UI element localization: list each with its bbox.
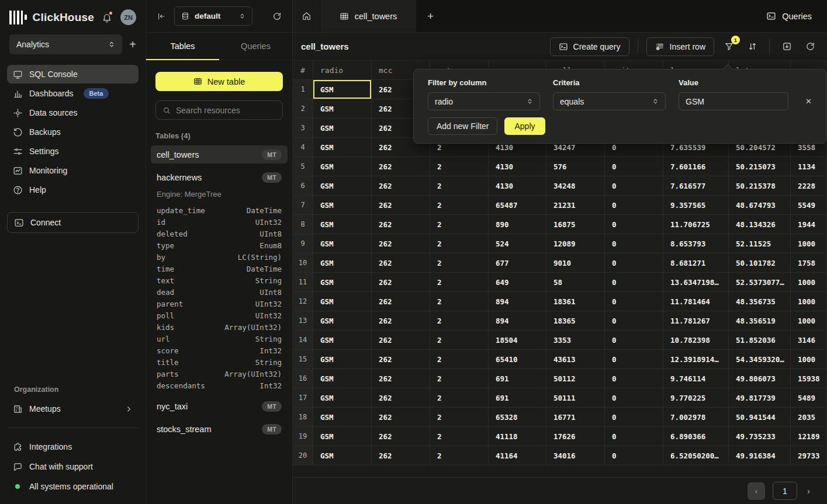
grid-cell[interactable]: 41164	[489, 446, 546, 465]
sidebar-item-integrations[interactable]: Integrations	[7, 437, 139, 456]
grid-cell[interactable]: 0	[605, 273, 663, 292]
grid-cell[interactable]: 262	[372, 311, 430, 331]
sidebar-item-dashboards[interactable]: Dashboards Beta	[7, 84, 139, 103]
grid-cell[interactable]: GSM	[313, 215, 372, 234]
create-query-button[interactable]: Create query	[550, 37, 629, 56]
grid-cell[interactable]: 262	[372, 331, 430, 350]
grid-cell[interactable]: 65328	[489, 408, 546, 427]
prev-page-button[interactable]: ‹	[748, 482, 765, 500]
table-item-hackernews[interactable]: hackernews MT	[151, 168, 288, 186]
grid-cell[interactable]: 524	[489, 234, 546, 253]
grid-cell[interactable]: GSM	[313, 331, 372, 350]
tab-cell-towers[interactable]: cell_towers	[320, 0, 416, 32]
grid-cell[interactable]: 2	[430, 234, 489, 253]
grid-cell[interactable]: 52.5373077…	[729, 273, 791, 292]
grid-cell[interactable]: 6.890366	[663, 427, 729, 446]
grid-cell[interactable]: GSM	[313, 196, 372, 215]
grid-cell[interactable]: 2	[430, 427, 489, 446]
grid-cell[interactable]: 18504	[489, 331, 546, 350]
grid-cell[interactable]: GSM	[313, 273, 372, 292]
grid-cell[interactable]: 41118	[489, 427, 546, 446]
tab-queries[interactable]: Queries	[219, 33, 292, 60]
grid-cell[interactable]: 2	[430, 369, 489, 388]
grid-cell[interactable]: 2	[430, 292, 489, 311]
column-header-index[interactable]: #	[293, 61, 313, 80]
grid-cell[interactable]: GSM	[313, 388, 372, 408]
sidebar-item-chat-support[interactable]: Chat with support	[7, 457, 139, 476]
grid-cell[interactable]: 34016	[546, 446, 605, 465]
sidebar-item-sql-console[interactable]: SQL Console	[7, 65, 139, 84]
sidebar-item-meetups[interactable]: Meetups	[7, 399, 139, 418]
grid-cell[interactable]: 7.002978	[663, 408, 729, 427]
grid-cell[interactable]: 890	[489, 215, 546, 234]
grid-cell[interactable]: 0	[605, 427, 663, 446]
grid-cell[interactable]: 649	[489, 273, 546, 292]
grid-cell[interactable]: 262	[372, 427, 430, 446]
grid-cell[interactable]: 49.817739	[729, 388, 791, 408]
grid-cell[interactable]: 10.782398	[663, 331, 729, 350]
filter-button[interactable]: 1	[720, 38, 738, 55]
table-item-nyc-taxi[interactable]: nyc_taxi MT	[151, 397, 288, 415]
grid-cell[interactable]: 12089	[546, 234, 605, 253]
grid-cell[interactable]: GSM	[313, 157, 372, 176]
grid-cell[interactable]: GSM	[313, 176, 372, 196]
grid-cell[interactable]: 49.806073	[729, 369, 791, 388]
grid-cell[interactable]: GSM	[313, 253, 372, 273]
grid-cell[interactable]: 50111	[546, 388, 605, 408]
grid-cell[interactable]: GSM	[313, 119, 372, 138]
grid-cell[interactable]: 8.681271	[663, 253, 729, 273]
grid-cell[interactable]: 50.215073	[729, 157, 791, 176]
grid-cell[interactable]: GSM	[313, 99, 372, 119]
grid-cell[interactable]: 0	[605, 157, 663, 176]
sidebar-item-data-sources[interactable]: Data sources	[7, 103, 139, 122]
grid-cell[interactable]: GSM	[313, 408, 372, 427]
grid-cell[interactable]: 1000	[791, 292, 827, 311]
grid-cell[interactable]: 262	[372, 292, 430, 311]
grid-cell[interactable]: 677	[489, 253, 546, 273]
filter-value-input[interactable]	[679, 92, 788, 110]
sidebar-item-backups[interactable]: Backups	[7, 123, 139, 141]
grid-cell[interactable]: 7.601166	[663, 157, 729, 176]
grid-cell[interactable]: 12.3918914…	[663, 350, 729, 369]
grid-cell[interactable]: 2	[430, 157, 489, 176]
grid-cell[interactable]: 65410	[489, 350, 546, 369]
grid-cell[interactable]: 11.781464	[663, 292, 729, 311]
connect-button[interactable]: Connect	[7, 212, 139, 233]
new-tab-button[interactable]: +	[416, 0, 445, 32]
new-table-button[interactable]: New table	[155, 72, 283, 91]
grid-cell[interactable]: 262	[372, 176, 430, 196]
grid-cell[interactable]: 0	[605, 176, 663, 196]
table-item-cell-towers[interactable]: cell_towers MT	[151, 145, 288, 164]
grid-cell[interactable]: 54.3459320…	[729, 350, 791, 369]
grid-cell[interactable]: 262	[372, 273, 430, 292]
grid-cell[interactable]: 691	[489, 369, 546, 388]
grid-cell[interactable]: 1758	[791, 253, 827, 273]
grid-cell[interactable]: 0	[605, 388, 663, 408]
next-page-button[interactable]: ›	[805, 484, 812, 498]
grid-cell[interactable]: 51.852036	[729, 331, 791, 350]
grid-cell[interactable]: 15938	[791, 369, 827, 388]
grid-cell[interactable]: 576	[546, 157, 605, 176]
grid-cell[interactable]: 1000	[791, 311, 827, 331]
add-new-filter-button[interactable]: Add new Filter	[428, 117, 497, 135]
grid-cell[interactable]: 9010	[546, 253, 605, 273]
database-select[interactable]: default	[174, 6, 252, 26]
home-button[interactable]	[293, 0, 320, 32]
grid-cell[interactable]: 17626	[546, 427, 605, 446]
grid-cell[interactable]: 0	[605, 196, 663, 215]
grid-cell[interactable]: 50.215378	[729, 176, 791, 196]
grid-cell[interactable]: 8.653793	[663, 234, 729, 253]
grid-cell[interactable]: 3146	[791, 331, 827, 350]
grid-cell[interactable]: 50.101782	[729, 253, 791, 273]
grid-cell[interactable]: 2	[430, 253, 489, 273]
grid-cell[interactable]: 52.11525	[729, 234, 791, 253]
grid-cell[interactable]: 50112	[546, 369, 605, 388]
workspace-select[interactable]: Analytics	[9, 34, 122, 54]
grid-cell[interactable]: 262	[372, 408, 430, 427]
grid-cell[interactable]: GSM	[313, 234, 372, 253]
refresh-button[interactable]	[801, 38, 819, 55]
grid-cell[interactable]: 5489	[791, 388, 827, 408]
grid-cell[interactable]: 11.706725	[663, 215, 729, 234]
grid-cell[interactable]: 13.6347198…	[663, 273, 729, 292]
grid-cell[interactable]: 48.356735	[729, 292, 791, 311]
